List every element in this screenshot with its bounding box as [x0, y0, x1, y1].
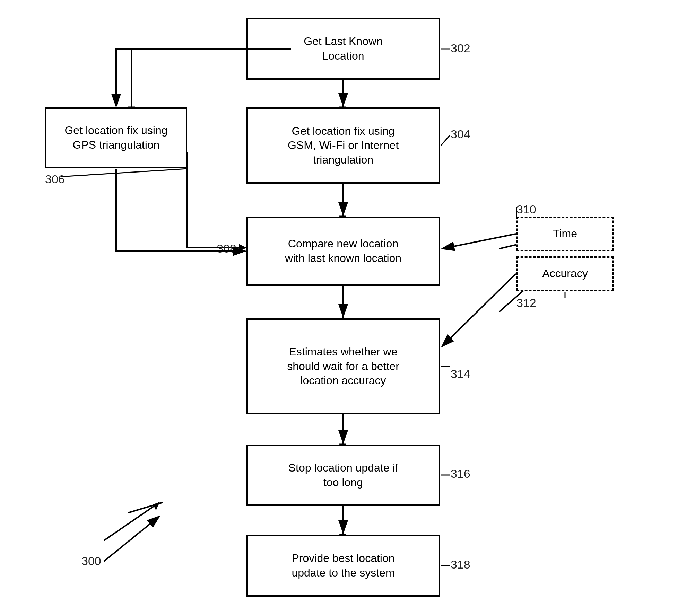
get-location-gsm-label: Get location fix usingGSM, Wi-Fi or Inte…: [288, 124, 399, 167]
accuracy-label: Accuracy: [542, 266, 588, 281]
svg-line-12: [128, 502, 163, 513]
ref-314: 314: [451, 367, 470, 381]
get-last-known-location-box: Get Last KnownLocation: [246, 18, 440, 80]
get-location-gsm-box: Get location fix usingGSM, Wi-Fi or Inte…: [246, 107, 440, 184]
get-location-gps-label: Get location fix usingGPS triangulation: [64, 123, 167, 152]
svg-marker-14: [153, 502, 159, 510]
ref-316: 316: [451, 467, 470, 481]
ref-312: 312: [516, 296, 536, 310]
ref-304: 304: [451, 127, 470, 141]
time-label: Time: [553, 227, 577, 241]
flowchart: Get Last KnownLocation Get location fix …: [0, 0, 686, 616]
estimates-box: Estimates whether weshould wait for a be…: [246, 318, 440, 414]
get-location-gps-box: Get location fix usingGPS triangulation: [45, 107, 187, 168]
ref-306: 306: [45, 173, 65, 186]
provide-best-label: Provide best locationupdate to the syste…: [292, 551, 394, 580]
ref-302: 302: [451, 42, 470, 55]
ref-318: 318: [451, 558, 470, 571]
compare-location-label: Compare new locationwith last known loca…: [285, 237, 401, 265]
stop-location-box: Stop location update iftoo long: [246, 445, 440, 506]
time-box: Time: [516, 217, 614, 251]
provide-best-box: Provide best locationupdate to the syste…: [246, 535, 440, 597]
stop-location-label: Stop location update iftoo long: [288, 461, 398, 490]
arrows-layer: [0, 0, 686, 616]
ref-310: 310: [516, 203, 536, 216]
get-last-known-location-label: Get Last KnownLocation: [304, 34, 383, 63]
compare-location-box: Compare new locationwith last known loca…: [246, 217, 440, 286]
ref-308: 308: [217, 242, 236, 255]
estimates-label: Estimates whether weshould wait for a be…: [287, 345, 399, 388]
accuracy-box: Accuracy: [516, 256, 614, 291]
svg-marker-11: [239, 244, 246, 251]
svg-line-13: [104, 502, 159, 540]
ref-300: 300: [81, 554, 101, 568]
